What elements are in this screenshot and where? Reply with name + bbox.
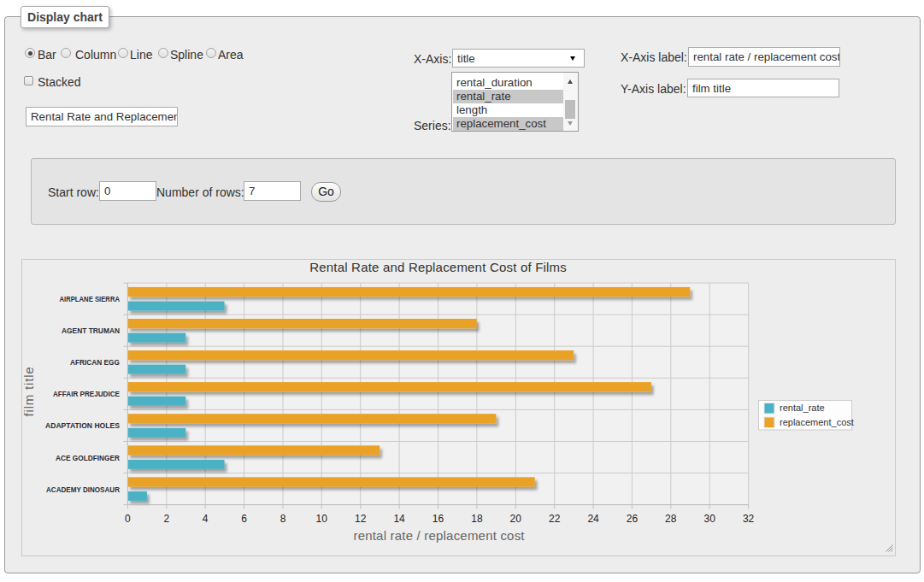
svg-text:20: 20	[510, 513, 522, 525]
svg-text:16: 16	[433, 513, 444, 525]
svg-text:film title: film title	[21, 367, 36, 417]
svg-text:replacement_cost: replacement_cost	[780, 417, 854, 427]
svg-text:AFRICAN EGG: AFRICAN EGG	[70, 358, 120, 367]
svg-text:rental rate / replacement cost: rental rate / replacement cost	[353, 528, 525, 543]
svg-text:ACADEMY DINOSAUR: ACADEMY DINOSAUR	[46, 485, 120, 494]
svg-text:ADAPTATION HOLES: ADAPTATION HOLES	[45, 421, 120, 430]
svg-text:24: 24	[587, 513, 599, 525]
svg-text:30: 30	[704, 513, 716, 525]
svg-text:10: 10	[316, 513, 328, 525]
svg-text:6: 6	[241, 513, 247, 525]
svg-text:AFFAIR PREJUDICE: AFFAIR PREJUDICE	[53, 390, 120, 398]
svg-text:4: 4	[203, 513, 209, 525]
svg-text:2: 2	[163, 513, 169, 525]
svg-text:rental_rate: rental_rate	[780, 403, 825, 413]
svg-text:26: 26	[627, 513, 639, 525]
svg-text:AIRPLANE SIERRA: AIRPLANE SIERRA	[60, 295, 121, 303]
svg-text:ACE GOLDFINGER: ACE GOLDFINGER	[56, 454, 120, 462]
svg-text:32: 32	[743, 513, 755, 525]
svg-text:22: 22	[549, 513, 561, 525]
svg-text:14: 14	[393, 513, 405, 525]
svg-text:28: 28	[665, 513, 677, 525]
svg-text:8: 8	[280, 513, 286, 525]
svg-text:Rental Rate and Replacement Co: Rental Rate and Replacement Cost of Film…	[309, 260, 567, 274]
svg-text:12: 12	[355, 513, 367, 525]
svg-text:AGENT TRUMAN: AGENT TRUMAN	[62, 326, 120, 335]
svg-text:0: 0	[125, 513, 131, 525]
svg-text:18: 18	[471, 513, 483, 525]
